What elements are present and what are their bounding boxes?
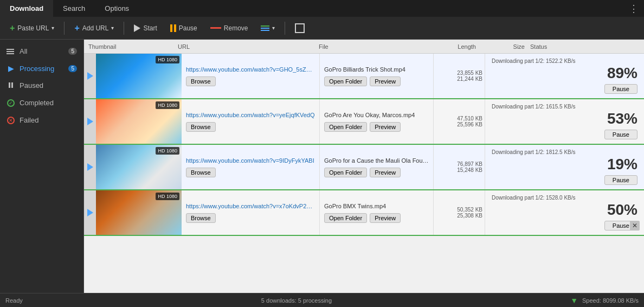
hamburger-icon bbox=[7, 49, 15, 54]
tab-search[interactable]: Search bbox=[53, 0, 95, 17]
browse-button[interactable]: Browse bbox=[186, 76, 216, 86]
header-file: File bbox=[319, 43, 433, 50]
download-percent: 89% bbox=[607, 65, 637, 82]
close-button[interactable]: ✕ bbox=[630, 221, 640, 231]
preview-button[interactable]: Preview bbox=[370, 76, 401, 86]
play-arrow-icon bbox=[87, 163, 93, 171]
main-area: All 5 ▶ Processing 5 Paused ✓ Completed … bbox=[0, 40, 644, 293]
layout-toggle-button[interactable] bbox=[289, 21, 310, 36]
status-col: Downloading part 1/2: 1522.2 KB/s 89% Pa… bbox=[485, 54, 644, 98]
add-url-dropdown-icon[interactable]: ▾ bbox=[111, 25, 114, 31]
download-url[interactable]: https://www.youtube.com/watch?v=x7oKdvP2… bbox=[186, 203, 315, 209]
speed-info: Speed: 8099.08 KB/s bbox=[582, 297, 639, 304]
play-arrow-icon bbox=[87, 209, 93, 216]
sidebar-item-failed[interactable]: ✕ Failed bbox=[0, 111, 83, 129]
paste-url-button[interactable]: + Paste URL ▾ bbox=[4, 21, 60, 36]
thumbnail: HD 1080 bbox=[96, 54, 182, 98]
start-label: Start bbox=[143, 24, 157, 32]
download-url[interactable]: https://www.youtube.com/watch?v=GHO_5sZU… bbox=[186, 66, 315, 73]
check-icon: ✓ bbox=[7, 98, 15, 107]
hd-badge: HD 1080 bbox=[156, 56, 179, 63]
download-speed: Downloading part 1/2: 1522.2 KB/s bbox=[492, 58, 576, 64]
open-folder-button[interactable]: Open Folder bbox=[324, 168, 367, 177]
download-percent: 19% bbox=[607, 156, 637, 173]
sidebar-item-completed[interactable]: ✓ Completed bbox=[0, 94, 83, 111]
add-url-button[interactable]: + Add URL ▾ bbox=[69, 21, 119, 36]
browse-button[interactable]: Browse bbox=[186, 168, 216, 177]
row-play-button[interactable] bbox=[84, 145, 96, 189]
header-url: URL bbox=[178, 43, 319, 50]
row-play-button[interactable] bbox=[84, 190, 96, 235]
layout-icon bbox=[295, 23, 305, 33]
speed-icon: ▼ bbox=[570, 296, 578, 305]
tab-options[interactable]: Options bbox=[95, 0, 139, 17]
action-buttons-2: Open Folder Preview bbox=[324, 76, 429, 86]
open-folder-button[interactable]: Open Folder bbox=[324, 122, 367, 132]
header-thumbnail: Thumbnail bbox=[88, 43, 178, 50]
size-done: 21,244 KB bbox=[439, 76, 482, 82]
url-col: https://www.youtube.com/watch?v=yeEjqfKV… bbox=[182, 99, 320, 144]
pause-icon bbox=[7, 81, 15, 89]
lines-icon bbox=[261, 25, 269, 31]
action-buttons: Browse bbox=[186, 122, 315, 132]
download-percent: 53% bbox=[607, 111, 637, 127]
size-col: 50,352 KB 25,308 KB bbox=[436, 190, 485, 235]
size-total: 23,855 KB bbox=[439, 70, 482, 76]
download-url[interactable]: https://www.youtube.com/watch?v=9IDyFykY… bbox=[186, 157, 315, 164]
action-buttons: Browse bbox=[186, 213, 315, 223]
status-col: Downloading part 1/2: 1528.0 KB/s 50% Pa… bbox=[485, 190, 644, 235]
add-icon: + bbox=[74, 23, 79, 33]
start-button[interactable]: Start bbox=[128, 22, 162, 35]
pause-icon bbox=[170, 24, 176, 32]
browse-button[interactable]: Browse bbox=[186, 213, 216, 223]
toolbar-separator-2 bbox=[124, 22, 124, 35]
remove-button[interactable]: Remove bbox=[205, 22, 254, 35]
open-folder-button[interactable]: Open Folder bbox=[324, 213, 367, 223]
pause-download-button[interactable]: Pause bbox=[604, 130, 637, 139]
pause-download-button[interactable]: Pause bbox=[604, 84, 637, 94]
size-done: 15,248 KB bbox=[439, 167, 482, 173]
tab-download[interactable]: Download bbox=[0, 0, 53, 17]
preview-button[interactable]: Preview bbox=[370, 122, 401, 132]
sidebar-item-processing[interactable]: ▶ Processing 5 bbox=[0, 60, 83, 77]
download-url[interactable]: https://www.youtube.com/watch?v=yeEjqfKV… bbox=[186, 112, 315, 118]
titlebar: Download Search Options ⋮ bbox=[0, 0, 644, 17]
thumbnail: HD 1080 bbox=[96, 190, 182, 235]
file-col: GoPro for a Cause the Mauli Ola Foundati… bbox=[320, 145, 434, 189]
sidebar-item-paused[interactable]: Paused bbox=[0, 77, 83, 94]
download-speed: Downloading part 1/2: 1528.0 KB/s bbox=[492, 195, 576, 201]
file-name: GoPro BMX Twins.mp4 bbox=[324, 203, 429, 209]
open-folder-button[interactable]: Open Folder bbox=[324, 76, 367, 86]
header-size: Size bbox=[476, 43, 525, 50]
action-buttons-2: Open Folder Preview bbox=[324, 168, 429, 177]
action-buttons-2: Open Folder Preview bbox=[324, 213, 429, 223]
remove-label: Remove bbox=[224, 24, 248, 32]
size-col: 23,855 KB 21,244 KB bbox=[436, 54, 485, 98]
add-url-label: Add URL bbox=[82, 24, 109, 32]
row-play-button[interactable] bbox=[84, 54, 96, 98]
file-name: GoPro Are You Okay, Marcos.mp4 bbox=[324, 112, 429, 118]
more-menu-button[interactable]: ⋮ bbox=[623, 0, 644, 17]
preview-button[interactable]: Preview bbox=[370, 213, 401, 223]
preview-button[interactable]: Preview bbox=[370, 168, 401, 177]
size-done: 25,596 KB bbox=[439, 121, 482, 127]
row-play-button[interactable] bbox=[84, 99, 96, 144]
file-name: GoPro for a Cause the Mauli Ola Foundati… bbox=[324, 157, 429, 164]
thumbnail: HD 1080 bbox=[96, 145, 182, 189]
toolbar: + Paste URL ▾ + Add URL ▾ Start Pause Re… bbox=[0, 17, 644, 40]
paste-url-dropdown-icon[interactable]: ▾ bbox=[51, 25, 54, 31]
pause-download-button[interactable]: Pause bbox=[604, 175, 637, 185]
action-buttons: Browse bbox=[186, 168, 315, 177]
lines-dropdown-icon[interactable]: ▾ bbox=[272, 25, 275, 31]
plus-icon: + bbox=[10, 23, 15, 33]
download-row-3: HD 1080 https://www.youtube.com/watch?v=… bbox=[84, 145, 644, 190]
x-icon: ✕ bbox=[7, 116, 15, 124]
sidebar-item-all[interactable]: All 5 bbox=[0, 43, 83, 60]
download-row-2: HD 1080 https://www.youtube.com/watch?v=… bbox=[84, 99, 644, 145]
pause-button[interactable]: Pause bbox=[165, 22, 203, 35]
browse-button[interactable]: Browse bbox=[186, 122, 216, 132]
play-arrow-icon: ▶ bbox=[7, 64, 15, 73]
status-col: Downloading part 1/2: 1615.5 KB/s 53% Pa… bbox=[485, 99, 644, 144]
sidebar-all-label: All bbox=[20, 47, 27, 55]
options-lines-button[interactable]: ▾ bbox=[255, 22, 280, 34]
